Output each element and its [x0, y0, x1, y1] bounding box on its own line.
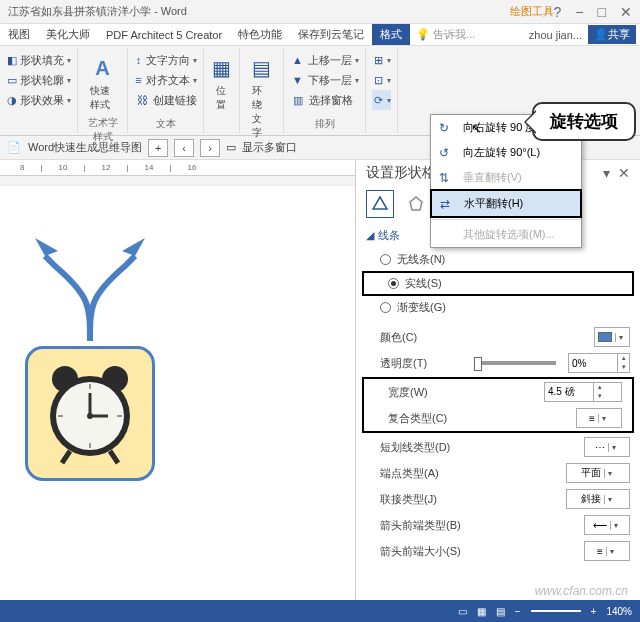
gradient-line-radio[interactable]: 渐变线(G): [356, 297, 640, 318]
effects-category[interactable]: [402, 190, 430, 218]
svg-marker-16: [410, 197, 422, 210]
maximize-button[interactable]: □: [598, 4, 606, 20]
arrow-begin-size-select[interactable]: ≡▾: [584, 541, 630, 561]
alarm-clock-icon: [40, 361, 140, 466]
user-name[interactable]: zhou jian...: [529, 29, 582, 41]
effects-icon: ◑: [6, 92, 17, 108]
text-direction-button[interactable]: ↕文字方向▾: [134, 50, 197, 70]
multi-window-icon: ▭: [226, 141, 236, 154]
arrow-begin-size-field: 箭头前端大小(S)≡▾: [356, 538, 640, 564]
dash-select[interactable]: ⋯▾: [584, 437, 630, 457]
align-button[interactable]: ⊞▾: [372, 50, 391, 70]
nav-new[interactable]: +: [148, 139, 168, 157]
separator: [431, 219, 581, 220]
svg-line-13: [62, 451, 70, 463]
compound-select[interactable]: ≡▾: [576, 408, 622, 428]
fill-line-category[interactable]: [366, 190, 394, 218]
shape-fill-button[interactable]: ◧形状填充▾: [6, 50, 71, 70]
page[interactable]: [0, 186, 355, 600]
group-label-arrange: 排列: [290, 117, 359, 131]
window-controls: ? − □ ✕: [554, 4, 632, 20]
text-dir-icon: ↕: [134, 52, 143, 68]
transparency-field: 透明度(T)▴▾: [356, 350, 640, 376]
tab-cloud[interactable]: 保存到云笔记: [290, 24, 372, 45]
more-rotate-item[interactable]: 其他旋转选项(M)...: [431, 222, 581, 247]
arrow-begin-type-field: 箭头前端类型(B)⟵▾: [356, 512, 640, 538]
tab-special[interactable]: 特色功能: [230, 24, 290, 45]
contextual-tab-label: 绘图工具: [510, 4, 554, 19]
send-backward-button[interactable]: ▼下移一层▾: [290, 70, 359, 90]
dash-field: 短划线类型(D)⋯▾: [356, 434, 640, 460]
help-icon[interactable]: ?: [554, 4, 562, 20]
shape-effects-button[interactable]: ◑形状效果▾: [6, 90, 71, 110]
join-select[interactable]: 斜接▾: [566, 489, 630, 509]
rotate-left-item[interactable]: ↺向左旋转 90°(L): [431, 140, 581, 165]
arrow-size-icon: ≡: [597, 546, 603, 557]
color-field: 颜色(C)▾: [356, 324, 640, 350]
position-button[interactable]: ▦位置: [210, 50, 233, 116]
quick-styles-button[interactable]: A快速样式: [84, 50, 121, 116]
nav-next[interactable]: ›: [200, 139, 220, 157]
no-line-radio[interactable]: 无线条(N): [356, 249, 640, 270]
tell-me[interactable]: 💡告诉我...: [416, 27, 475, 42]
view-print-icon[interactable]: ▦: [477, 606, 486, 617]
tab-view[interactable]: 视图: [0, 24, 38, 45]
color-picker[interactable]: ▾: [594, 327, 630, 347]
close-button[interactable]: ✕: [620, 4, 632, 20]
width-field: 宽度(W)▴▾: [364, 379, 632, 405]
group-label-artstyles: 艺术字样式: [84, 116, 121, 144]
nav-prev[interactable]: ‹: [174, 139, 194, 157]
bring-forward-button[interactable]: ▲上移一层▾: [290, 50, 359, 70]
zoom-out[interactable]: −: [515, 606, 521, 617]
align-text-button[interactable]: ≡对齐文本▾: [134, 70, 197, 90]
panel-menu-button[interactable]: ▾: [603, 165, 610, 181]
paint-icon: ◧: [6, 52, 17, 68]
view-read-icon[interactable]: ▭: [458, 606, 467, 617]
solid-line-radio[interactable]: 实线(S): [364, 273, 632, 294]
transparency-input[interactable]: ▴▾: [568, 353, 630, 373]
view-web-icon[interactable]: ▤: [496, 606, 505, 617]
bulb-icon: 💡: [416, 28, 430, 41]
shape-outline-button[interactable]: ▭形状轮廓▾: [6, 70, 71, 90]
rotate-right-icon: ↻: [439, 121, 455, 135]
tab-format[interactable]: 格式: [372, 24, 410, 45]
group-label-text: 文本: [134, 117, 197, 131]
flip-h-icon: ⇄: [440, 197, 456, 211]
flip-vertical-item[interactable]: ⇅垂直翻转(V): [431, 165, 581, 190]
flip-horizontal-item[interactable]: ⇄水平翻转(H)↖: [430, 189, 582, 218]
selection-pane-button[interactable]: ▥选择窗格: [290, 90, 359, 110]
create-link-button[interactable]: ⛓创建链接: [134, 90, 197, 110]
share-button[interactable]: 👤共享: [588, 25, 636, 44]
tab-pdf[interactable]: PDF Architect 5 Creator: [98, 24, 230, 45]
transparency-slider[interactable]: [474, 361, 556, 365]
svg-line-14: [110, 451, 118, 463]
rotate-icon: ⟳: [372, 92, 384, 108]
align-objects-icon: ⊞: [372, 52, 384, 68]
arrow-type-icon: ⟵: [593, 520, 607, 531]
ribbon: ◧形状填充▾ ▭形状轮廓▾ ◑形状效果▾ A快速样式 艺术字样式 ↕文字方向▾ …: [0, 46, 640, 136]
ruler[interactable]: 8|10|12|14|16: [0, 160, 355, 176]
panel-close-button[interactable]: ✕: [618, 165, 630, 181]
svg-point-12: [87, 413, 93, 419]
group-button[interactable]: ⊡▾: [372, 70, 391, 90]
align-icon: ≡: [134, 72, 143, 88]
rotate-button[interactable]: ⟳▾: [372, 90, 391, 110]
zoom-slider[interactable]: [531, 610, 581, 612]
branch-arrows-shape[interactable]: [20, 226, 160, 346]
dash-icon: ⋯: [595, 442, 605, 453]
clock-image-card[interactable]: [25, 346, 155, 481]
arrow-begin-type-select[interactable]: ⟵▾: [584, 515, 630, 535]
cap-select[interactable]: 平面▾: [566, 463, 630, 483]
word-icon: 📄: [6, 140, 22, 156]
ribbon-tabs: 视图 美化大师 PDF Architect 5 Creator 特色功能 保存到…: [0, 24, 640, 46]
pane-icon: ▥: [290, 92, 306, 108]
position-icon: ▦: [208, 54, 236, 82]
zoom-in[interactable]: +: [591, 606, 597, 617]
group-icon: ⊡: [372, 72, 384, 88]
zoom-level[interactable]: 140%: [606, 606, 632, 617]
minimize-button[interactable]: −: [575, 4, 583, 20]
statusbar: ▭ ▦ ▤ − + 140%: [0, 600, 640, 622]
wrap-text-button[interactable]: ▤环绕文字: [246, 50, 277, 144]
tab-beautify[interactable]: 美化大师: [38, 24, 98, 45]
width-input[interactable]: ▴▾: [544, 382, 622, 402]
